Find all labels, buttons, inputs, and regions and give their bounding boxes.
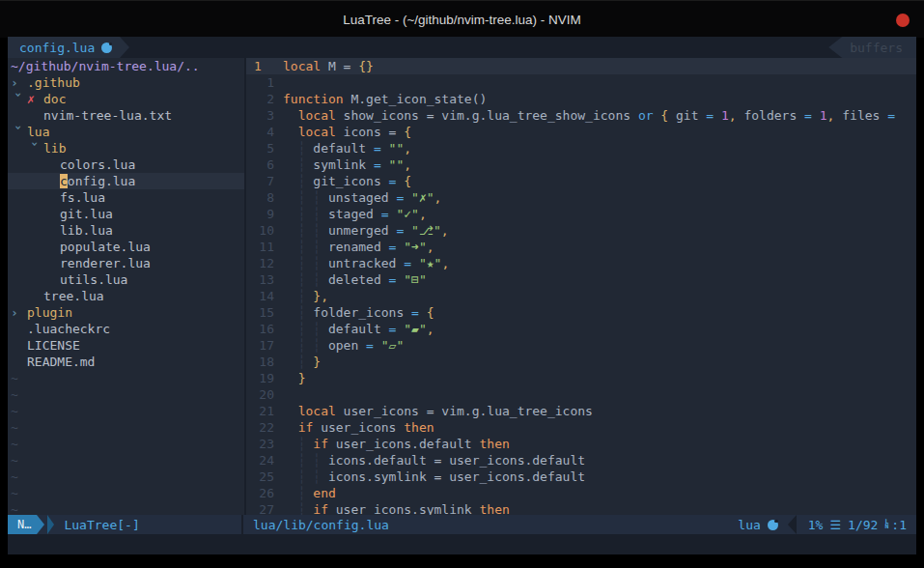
code-line[interactable]: 12 ┆ ┆ untracked = "★", [246, 255, 916, 271]
line-number: 25 [254, 469, 274, 485]
line-number: 21 [254, 403, 274, 419]
line-number: 6 [254, 156, 274, 173]
code-text: ┆ end [283, 485, 336, 501]
tree-item-label: lua [27, 125, 49, 139]
tree-item-fs-lua[interactable]: fs.lua [11, 189, 244, 206]
tree-item-doc[interactable]: ›✗doc [11, 91, 244, 107]
tabline: config.lua buffers [8, 37, 916, 58]
code-text: ┆ ┆ icons.symlink = user_icons.default [283, 469, 585, 485]
code-line[interactable]: 25 ┆ ┆ icons.symlink = user_icons.defaul… [246, 469, 916, 485]
chevron-right-icon: › [11, 304, 27, 321]
code-line[interactable]: 10 ┆ ┆ unmerged = "⎇", [246, 222, 916, 239]
tree-item-nvim-tree-lua-txt[interactable]: nvim-tree-lua.txt [11, 107, 244, 124]
line-number: 1 [254, 58, 274, 74]
line-number: 13 [254, 271, 274, 288]
tree-item-plugin[interactable]: ›plugin [11, 304, 244, 321]
code-line[interactable]: 8 ┆ ┆ unstaged = "✗", [246, 189, 916, 206]
statusline: N… LuaTree[-] lua/lib/config.lua lua 1% … [8, 515, 916, 534]
code-line[interactable]: 19 } [246, 370, 916, 386]
tree-item-label: nvim-tree-lua.txt [43, 108, 172, 123]
tree-item-license[interactable]: LICENSE [11, 337, 244, 354]
tree-item-populate-lua[interactable]: populate.lua [11, 239, 244, 255]
code-line[interactable]: 26 ┆ end [246, 485, 916, 501]
command-line[interactable] [8, 534, 916, 554]
tab-config-lua[interactable]: config.lua [8, 37, 120, 58]
statusline-file-path: lua/lib/config.lua [253, 518, 389, 532]
code-text: ┆ default = "", [283, 140, 411, 156]
line-number: 18 [254, 354, 274, 370]
tree-item-readme-md[interactable]: README.md [11, 354, 244, 370]
code-editor[interactable]: 1local M = {}12function M.get_icon_state… [246, 58, 916, 515]
code-line[interactable]: 7 ┆ git_icons = { [246, 173, 916, 189]
code-line[interactable]: 15 ┆ folder_icons = { [246, 304, 916, 321]
tree-item-label: lib.lua [60, 223, 113, 238]
code-line[interactable]: 14 ┆ }, [246, 288, 916, 304]
tree-item-label: config.lua [60, 174, 135, 188]
tree-item-label: utils.lua [60, 272, 127, 287]
code-text: ┆ if user_icons.symlink then [283, 501, 510, 515]
tree-item-github[interactable]: ›.github [11, 74, 244, 91]
code-text: ┆ ┆ renamed = "➜", [283, 239, 434, 255]
tree-item-lib-lua[interactable]: lib.lua [11, 222, 244, 239]
git-unstaged-icon: ✗ [27, 91, 43, 107]
empty-line-tilde: ~ [11, 436, 244, 452]
code-line[interactable]: 11 ┆ ┆ renamed = "➜", [246, 239, 916, 255]
tree-item-luacheckrc[interactable]: .luacheckrc [11, 321, 244, 337]
code-line[interactable]: 2function M.get_icon_state() [246, 91, 916, 107]
code-line[interactable]: 1local M = {} [246, 58, 916, 74]
tree-item-lib[interactable]: ›lib [11, 140, 244, 156]
code-text: ┆ ┆ icons.default = user_icons.default [283, 452, 585, 469]
code-line[interactable]: 1 [246, 74, 916, 91]
code-line[interactable]: 21 local user_icons = vim.g.lua_tree_ico… [246, 403, 916, 419]
tree-item-utils-lua[interactable]: utils.lua [11, 271, 244, 288]
code-line[interactable]: 23 ┆ if user_icons.default then [246, 436, 916, 452]
line-number: 20 [254, 386, 274, 403]
code-line[interactable]: 24 ┆ ┆ icons.default = user_icons.defaul… [246, 452, 916, 469]
code-line[interactable]: 20 [246, 386, 916, 403]
line-number: 24 [254, 452, 274, 469]
code-line[interactable]: 5 ┆ default = "", [246, 140, 916, 156]
code-text: ┆ ┆ default = "▰", [283, 321, 434, 337]
code-line[interactable]: 18 ┆ } [246, 354, 916, 370]
line-number: 10 [254, 222, 274, 239]
empty-line-tilde: ~ [11, 370, 244, 386]
tree-root-path[interactable]: ~/github/nvim-tree.lua/.. [11, 58, 244, 74]
code-line[interactable]: 22 if user_icons then [246, 419, 916, 436]
code-line[interactable]: 6 ┆ symlink = "", [246, 156, 916, 173]
buffers-button[interactable]: buffers [828, 37, 916, 58]
line-number: 12 [254, 255, 274, 271]
line-number: 2 [254, 91, 274, 107]
statusline-buffer-name: LuaTree[-] [64, 518, 139, 532]
code-line[interactable]: 27 ┆ if user_icons.symlink then [246, 501, 916, 515]
close-button[interactable] [896, 14, 910, 27]
code-line[interactable]: 16 ┆ ┆ default = "▰", [246, 321, 916, 337]
empty-line-tilde: ~ [11, 419, 244, 436]
tree-item-renderer-lua[interactable]: renderer.lua [11, 255, 244, 271]
code-text: local user_icons = vim.g.lua_tree_icons [283, 403, 593, 419]
tree-item-label: renderer.lua [60, 256, 151, 270]
tree-item-label: fs.lua [60, 190, 105, 205]
tree-item-git-lua[interactable]: git.lua [11, 206, 244, 222]
code-line[interactable]: 9 ┆ ┆ staged = "✓", [246, 206, 916, 222]
tree-item-label: .github [27, 75, 80, 90]
tree-item-config-lua[interactable]: config.lua [8, 173, 244, 189]
empty-line-tilde: ~ [11, 469, 244, 485]
tree-item-tree-lua[interactable]: tree.lua [11, 288, 244, 304]
line-number: 26 [254, 485, 274, 501]
tree-item-lua[interactable]: ›lua [11, 124, 244, 140]
code-line[interactable]: 4 local icons = { [246, 124, 916, 140]
lua-icon [768, 520, 778, 530]
line-number: 9 [254, 206, 274, 222]
code-text: ┆ ┆ staged = "✓", [283, 206, 427, 222]
code-line[interactable]: 17 ┆ ┆ open = "▱" [246, 337, 916, 354]
tree-item-label: git.lua [60, 207, 113, 221]
code-line[interactable]: 13 ┆ ┆ deleted = "⊟" [246, 271, 916, 288]
code-text: local icons = { [283, 124, 411, 140]
code-line[interactable]: 3 local show_icons = vim.g.lua_tree_show… [246, 107, 916, 124]
tree-item-colors-lua[interactable]: colors.lua [11, 156, 244, 173]
code-text: ┆ } [283, 354, 321, 370]
chevron-down-icon: › [11, 124, 27, 140]
line-number: 19 [254, 370, 274, 386]
tree-item-label: LICENSE [27, 338, 80, 353]
mode-label: N… [17, 518, 31, 531]
